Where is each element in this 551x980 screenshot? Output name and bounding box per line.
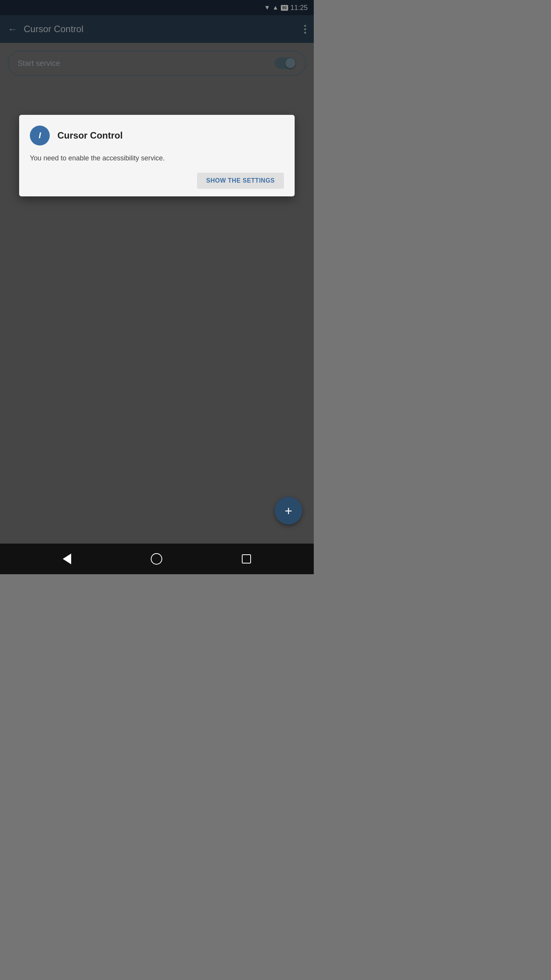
- nav-home-icon[interactable]: [151, 553, 162, 565]
- dialog-title: Cursor Control: [57, 130, 123, 141]
- fab-add-button[interactable]: +: [275, 497, 302, 524]
- nav-bar: [0, 544, 314, 574]
- show-settings-button[interactable]: SHOW THE SETTINGS: [197, 173, 284, 189]
- dialog-header: I Cursor Control: [30, 126, 284, 145]
- dialog-icon-letter: I: [39, 131, 41, 140]
- nav-recent-icon[interactable]: [242, 554, 251, 564]
- nav-back-icon[interactable]: [63, 554, 71, 564]
- dialog-app-icon: I: [30, 126, 50, 145]
- dialog-overlay: I Cursor Control You need to enable the …: [0, 0, 314, 574]
- accessibility-dialog: I Cursor Control You need to enable the …: [19, 115, 295, 196]
- fab-plus-icon: +: [285, 504, 292, 517]
- dialog-message: You need to enable the accessibility ser…: [30, 153, 284, 163]
- dialog-actions: SHOW THE SETTINGS: [30, 173, 284, 189]
